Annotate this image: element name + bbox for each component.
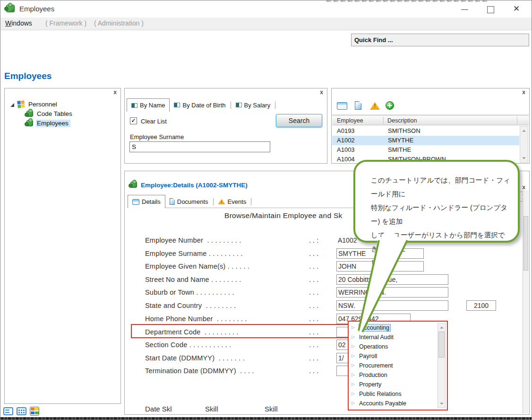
scroll-down-icon[interactable] <box>438 400 445 408</box>
tree-item-employees[interactable]: Employees <box>5 119 120 128</box>
state-field[interactable]: NSW. <box>336 300 448 311</box>
search-panel-close-icon[interactable]: x <box>320 89 323 95</box>
personnel-icon <box>17 100 25 108</box>
table-row-selected[interactable]: A1002 SMYTHE <box>332 136 519 145</box>
field-label: Suburb or Town . . . . . . . . . . <box>145 289 234 296</box>
department-dropdown: ▷ Accounting ▷ Internal Audit ▷ Operatio… <box>348 321 448 411</box>
tab-by-salary[interactable]: By Salary <box>232 99 275 111</box>
list-scrollbar[interactable] <box>520 126 528 163</box>
field-label: Home Phone Number . . . . . . . . <box>145 315 247 323</box>
expand-triangle-icon[interactable]: ▷ <box>352 382 355 386</box>
street-field[interactable]: 20 Cobbitty Avenue, <box>336 274 448 285</box>
clear-list-label: Clear List <box>141 118 167 125</box>
tab-by-date-of-birth[interactable]: By Date of Birth <box>170 99 230 111</box>
tree-item-label-selected[interactable]: Employees <box>36 120 70 127</box>
field-label: Section Code . . . . . . . . . . . <box>145 341 232 349</box>
document-icon <box>170 198 175 205</box>
postcode-field[interactable]: 2100 <box>466 300 496 311</box>
expand-triangle-icon[interactable]: ▷ <box>352 391 355 396</box>
list-icon <box>131 103 137 108</box>
menu-windows[interactable]: Windows <box>5 19 32 27</box>
warning-icon: ! <box>218 199 225 204</box>
tree-item-code-tables[interactable]: Code Tables <box>5 109 120 119</box>
table-row[interactable]: A1003 SMITHE <box>332 145 519 155</box>
expand-triangle-icon[interactable]: ▷ <box>352 372 355 377</box>
details-scrollbar[interactable] <box>523 190 529 413</box>
close-button[interactable]: ✕ <box>513 4 520 14</box>
tree-item-personnel[interactable]: Personnel <box>5 100 120 109</box>
menu-bar: Windows ( Framework ) ( Administration ) <box>0 18 532 30</box>
suburb-field[interactable]: WERRINGTON. <box>336 287 448 298</box>
expand-triangle-icon[interactable]: ▷ <box>352 363 355 368</box>
list-header: Employee Description <box>332 115 529 125</box>
clear-list-checkbox[interactable]: ✓ <box>130 117 137 124</box>
field-label: Employee Given Name(s) . . . . . . <box>145 262 249 270</box>
dropdown-item[interactable]: ▷ Payroll <box>350 352 436 361</box>
callout-text: このチュートリアルでは、部門コード・フィールド用に 特別なフィルード・ハンドラー… <box>371 174 510 270</box>
scroll-down-icon[interactable] <box>520 155 528 162</box>
quick-find-input[interactable] <box>351 34 529 46</box>
dropdown-item[interactable]: ▷ Procurement <box>350 361 436 371</box>
dropdown-item[interactable]: ▷ Public Relations <box>350 390 436 399</box>
field-label: Employee Surname . . . . . . . . . <box>145 250 243 257</box>
dropdown-item[interactable]: ▷ Production <box>350 371 436 380</box>
department-row-highlight-box <box>131 324 360 338</box>
column-separator[interactable] <box>517 117 517 124</box>
puzzle-icon <box>130 182 137 188</box>
document-icon[interactable] <box>355 101 361 110</box>
tab-details[interactable]: Details <box>128 195 165 208</box>
column-separator[interactable] <box>383 117 384 124</box>
tree-item-label[interactable]: Personnel <box>28 101 57 108</box>
dropdown-item[interactable]: ▷ Internal Audit <box>350 333 436 342</box>
puzzle-icon <box>26 111 33 117</box>
dropdown-item[interactable]: ▷ Property <box>350 380 436 390</box>
employee-number-value: A1002 <box>338 236 357 244</box>
scroll-thumb[interactable] <box>438 332 445 358</box>
employee-list-panel: x ! Employee Description A0193 SMITHSON … <box>331 88 530 164</box>
details-title: Employee:Details (A1002-SMYTHE) <box>141 182 248 189</box>
window-grid-icon[interactable] <box>17 407 26 415</box>
details-panel-close-icon[interactable]: x <box>522 184 525 190</box>
employee-surname-input[interactable] <box>129 141 270 152</box>
dropdown-item[interactable]: ▷ Accounting <box>350 324 436 333</box>
add-icon[interactable] <box>386 101 394 110</box>
color-grid-icon[interactable] <box>30 407 39 416</box>
screenshot-artifact <box>0 417 532 420</box>
tree-panel-close-icon[interactable]: x <box>113 89 117 95</box>
window-list-icon[interactable] <box>3 407 13 415</box>
dropdown-item[interactable]: ▷ Accounts Payable <box>350 399 436 409</box>
maximize-button[interactable] <box>487 6 494 13</box>
dropdown-item-selected[interactable]: Accounting <box>359 324 391 332</box>
tree-item-label[interactable]: Code Tables <box>37 110 72 117</box>
expand-triangle-icon[interactable]: ▷ <box>352 334 355 339</box>
tab-divider <box>275 102 275 109</box>
scroll-thumb[interactable] <box>523 216 528 271</box>
expand-triangle-icon[interactable]: ▷ <box>352 325 355 330</box>
skill-column-header: Skill <box>265 405 278 413</box>
search-button[interactable]: Search <box>276 114 322 127</box>
expand-triangle-icon[interactable]: ▷ <box>352 401 355 405</box>
minimize-button[interactable] <box>461 9 468 10</box>
warning-icon[interactable]: ! <box>370 102 380 110</box>
table-row[interactable]: A0193 SMITHSON <box>332 126 519 136</box>
tab-events[interactable]: ! Events <box>214 195 251 208</box>
list-icon <box>174 103 180 107</box>
dropdown-scrollbar[interactable] <box>438 323 446 408</box>
page-title: Employees <box>4 71 51 81</box>
menu-framework: ( Framework ) <box>45 19 86 27</box>
tab-divider <box>251 198 251 205</box>
scroll-up-icon[interactable] <box>520 127 528 134</box>
column-employee[interactable]: Employee <box>337 117 363 124</box>
expand-triangle-icon[interactable]: ▷ <box>352 353 355 358</box>
navigation-tree-panel: x Personnel Code Tables Employees <box>4 88 121 404</box>
list-panel-close-icon[interactable]: x <box>522 89 525 95</box>
window-view-icon[interactable] <box>337 102 347 110</box>
tab-by-name[interactable]: By Name <box>127 98 170 112</box>
dropdown-item[interactable]: ▷ Operations <box>350 342 436 352</box>
form-subtitle: Browse/Maintain Employee and Sk <box>224 211 343 220</box>
column-description[interactable]: Description <box>387 117 417 124</box>
scroll-up-icon[interactable] <box>438 324 445 331</box>
expander-icon[interactable] <box>10 103 14 107</box>
tab-documents[interactable]: Documents <box>165 195 213 208</box>
expand-triangle-icon[interactable]: ▷ <box>352 344 355 349</box>
